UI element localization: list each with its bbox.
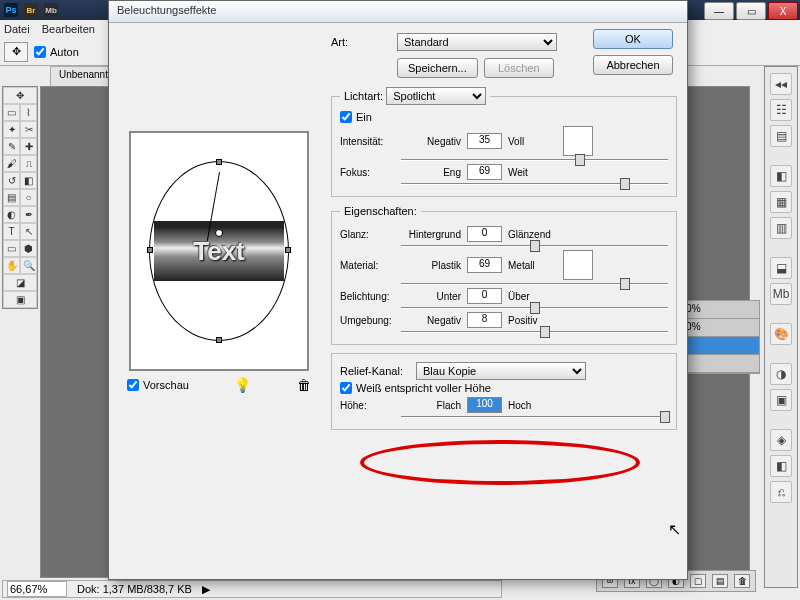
light-type-select[interactable]: Spotlicht bbox=[386, 87, 486, 105]
focus-value[interactable]: 69 bbox=[467, 164, 502, 180]
tool-stamp[interactable]: ⎍ bbox=[20, 155, 37, 172]
height-value[interactable]: 100 bbox=[467, 397, 502, 413]
styles-panel-icon[interactable]: ▥ bbox=[770, 217, 792, 239]
bridge-icon[interactable]: Br bbox=[24, 3, 38, 17]
focus-right-label: Weit bbox=[508, 167, 553, 178]
tool-3d[interactable]: ⬢ bbox=[20, 240, 37, 257]
focus-label: Fokus: bbox=[340, 167, 395, 178]
statusbar: 66,67% Dok: 1,37 MB/838,7 KB ▶ bbox=[2, 580, 502, 598]
menu-edit[interactable]: Bearbeiten bbox=[42, 23, 95, 35]
ambient-color-swatch[interactable] bbox=[563, 250, 593, 280]
swatch-panel-icon[interactable]: 🎨 bbox=[770, 323, 792, 345]
tool-gradient[interactable]: ▤ bbox=[3, 189, 20, 206]
tool-shape[interactable]: ▭ bbox=[3, 240, 20, 257]
document-tab[interactable]: Unbenannt bbox=[50, 66, 117, 86]
masks-panel-icon[interactable]: ▣ bbox=[770, 389, 792, 411]
lightbulb-icon[interactable]: 💡 bbox=[234, 377, 251, 393]
tool-path[interactable]: ↖ bbox=[20, 223, 37, 240]
tool-crop[interactable]: ✂ bbox=[20, 121, 37, 138]
ellipse-handle-top[interactable] bbox=[216, 159, 222, 165]
preview-checkbox[interactable]: Vorschau bbox=[127, 379, 189, 391]
tool-type[interactable]: T bbox=[3, 223, 20, 240]
gloss-value[interactable]: 0 bbox=[467, 226, 502, 242]
tool-eraser[interactable]: ◧ bbox=[20, 172, 37, 189]
gloss-slider[interactable] bbox=[401, 245, 668, 247]
menu-file[interactable]: Datei bbox=[4, 23, 30, 35]
material-slider[interactable] bbox=[401, 283, 668, 285]
gloss-left-label: Hintergrund bbox=[401, 229, 461, 240]
ellipse-handle-left[interactable] bbox=[147, 247, 153, 253]
tool-zoom[interactable]: 🔍 bbox=[20, 257, 37, 274]
minibridge-panel-icon[interactable]: Mb bbox=[770, 283, 792, 305]
statusbar-arrow-icon[interactable]: ▶ bbox=[202, 583, 210, 596]
folder-icon[interactable]: ▢ bbox=[690, 574, 706, 588]
relief-channel-label: Relief-Kanal: bbox=[340, 365, 410, 377]
paths-panel-icon[interactable]: ⎌ bbox=[770, 481, 792, 503]
tool-dodge[interactable]: ◐ bbox=[3, 206, 20, 223]
tool-colors[interactable]: ◪ bbox=[3, 274, 37, 291]
trash-icon[interactable]: 🗑 bbox=[734, 574, 750, 588]
lighting-effects-dialog: Beleuchtungseffekte OK Abbrechen Text bbox=[108, 0, 688, 580]
zoom-value[interactable]: 66,67% bbox=[7, 581, 67, 597]
light-on-checkbox[interactable]: Ein bbox=[340, 111, 668, 123]
material-label: Material: bbox=[340, 260, 395, 271]
tool-history[interactable]: ↺ bbox=[3, 172, 20, 189]
toolbox: ✥ ▭⌇ ✦✂ ✎✚ 🖌⎍ ↺◧ ▤○ ◐✒ T↖ ▭⬢ ✋🔍 ◪ ▣ bbox=[2, 86, 38, 309]
material-left-label: Plastik bbox=[401, 260, 461, 271]
actions-panel-icon[interactable]: ▤ bbox=[770, 125, 792, 147]
material-value[interactable]: 69 bbox=[467, 257, 502, 273]
panel-strip: ◂◂ ☷ ▤ ◧ ▦ ▥ ⬓ Mb 🎨 ◑ ▣ ◈ ◧ ⎌ bbox=[764, 66, 798, 588]
minimize-button[interactable]: — bbox=[704, 2, 734, 20]
history-panel-icon[interactable]: ☷ bbox=[770, 99, 792, 121]
ellipse-handle-right[interactable] bbox=[285, 247, 291, 253]
tool-marquee[interactable]: ▭ bbox=[3, 104, 20, 121]
layers-panel-icon[interactable]: ◈ bbox=[770, 429, 792, 451]
light-color-swatch[interactable] bbox=[563, 126, 593, 156]
delete-style-button[interactable]: Löschen bbox=[484, 58, 554, 78]
auto-select-checkbox[interactable]: Auton bbox=[34, 46, 79, 58]
tool-blur[interactable]: ○ bbox=[20, 189, 37, 206]
tool-brush[interactable]: 🖌 bbox=[3, 155, 20, 172]
tool-move[interactable]: ✥ bbox=[3, 87, 37, 104]
style-label: Art: bbox=[331, 36, 391, 48]
window-controls: — ▭ X bbox=[704, 2, 798, 20]
close-button[interactable]: X bbox=[768, 2, 798, 20]
light-ellipse-control[interactable] bbox=[149, 161, 289, 341]
exposure-value[interactable]: 0 bbox=[467, 288, 502, 304]
preview-canvas[interactable]: Text bbox=[129, 131, 309, 371]
collapse-icon[interactable]: ◂◂ bbox=[770, 73, 792, 95]
save-style-button[interactable]: Speichern... bbox=[397, 58, 478, 78]
white-is-high-checkbox[interactable]: Weiß entspricht voller Höhe bbox=[340, 382, 668, 394]
delete-light-icon[interactable]: 🗑 bbox=[297, 377, 311, 393]
color-panel-icon[interactable]: ◧ bbox=[770, 165, 792, 187]
move-tool-icon[interactable]: ✥ bbox=[4, 42, 28, 62]
tool-quickmask[interactable]: ▣ bbox=[3, 291, 37, 308]
ambience-value[interactable]: 8 bbox=[467, 312, 502, 328]
tool-wand[interactable]: ✦ bbox=[3, 121, 20, 138]
tool-pen[interactable]: ✒ bbox=[20, 206, 37, 223]
intensity-value[interactable]: 35 bbox=[467, 133, 502, 149]
navigator-panel-icon[interactable]: ⬓ bbox=[770, 257, 792, 279]
focus-slider[interactable] bbox=[401, 183, 668, 185]
light-center-handle[interactable] bbox=[215, 229, 223, 237]
swatches-panel-icon[interactable]: ▦ bbox=[770, 191, 792, 213]
tool-lasso[interactable]: ⌇ bbox=[20, 104, 37, 121]
ok-button[interactable]: OK bbox=[593, 29, 673, 49]
cancel-button[interactable]: Abbrechen bbox=[593, 55, 673, 75]
style-select[interactable]: Standard bbox=[397, 33, 557, 51]
channels-panel-icon[interactable]: ◧ bbox=[770, 455, 792, 477]
preview-column: Text Vorschau 💡 🗑 bbox=[119, 31, 319, 571]
tool-heal[interactable]: ✚ bbox=[20, 138, 37, 155]
height-slider[interactable] bbox=[401, 416, 668, 418]
adjustments-panel-icon[interactable]: ◑ bbox=[770, 363, 792, 385]
intensity-slider[interactable] bbox=[401, 159, 668, 161]
tool-eyedropper[interactable]: ✎ bbox=[3, 138, 20, 155]
ellipse-handle-bottom[interactable] bbox=[216, 337, 222, 343]
minibridge-icon[interactable]: Mb bbox=[44, 3, 58, 17]
new-layer-icon[interactable]: ▤ bbox=[712, 574, 728, 588]
maximize-button[interactable]: ▭ bbox=[736, 2, 766, 20]
tool-hand[interactable]: ✋ bbox=[3, 257, 20, 274]
ambience-slider[interactable] bbox=[401, 331, 668, 333]
exposure-slider[interactable] bbox=[401, 307, 668, 309]
relief-channel-select[interactable]: Blau Kopie bbox=[416, 362, 586, 380]
